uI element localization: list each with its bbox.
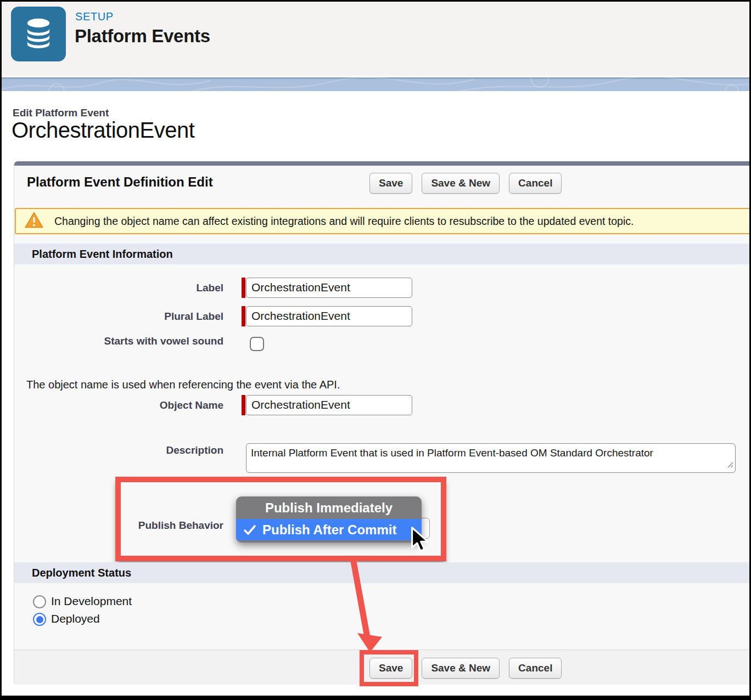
required-indicator — [242, 306, 245, 326]
platform-events-app-icon — [11, 7, 66, 61]
breadcrumb: Edit Platform Event — [13, 107, 109, 119]
section-deployment-status: Deployment Status — [14, 562, 751, 583]
radio-dot — [36, 616, 43, 623]
save-button[interactable]: Save — [369, 173, 412, 194]
starts-with-vowel-checkbox[interactable] — [250, 337, 264, 351]
section-title: Deployment Status — [32, 567, 131, 579]
section-platform-event-information: Platform Event Information — [14, 244, 751, 264]
save-and-new-button[interactable]: Save & New — [422, 173, 500, 194]
app-title: Platform Events — [75, 26, 210, 47]
required-indicator — [242, 278, 245, 298]
object-name-note: The object name is used when referencing… — [26, 379, 340, 391]
radio-deployed-label: Deployed — [51, 612, 100, 625]
save-and-new-button-bottom[interactable]: Save & New — [422, 658, 500, 679]
warning-text: Changing the object name can affect exis… — [54, 215, 634, 228]
section-title: Platform Event Information — [32, 248, 173, 261]
label-input[interactable]: OrchestrationEvent — [246, 278, 412, 298]
dropdown-option-publish-immediately[interactable]: Publish Immediately — [236, 496, 422, 519]
warning-icon — [25, 212, 43, 230]
setup-label: SETUP — [75, 10, 114, 23]
dropdown-option-publish-after-commit[interactable]: Publish After Commit — [236, 519, 422, 540]
radio-in-development[interactable] — [33, 595, 46, 608]
check-icon — [243, 524, 256, 536]
panel-top-bar — [14, 161, 751, 166]
resize-handle-icon[interactable] — [726, 458, 733, 471]
screenshot-frame: SETUP Platform Events Edit Platform Even… — [0, 0, 751, 700]
publish-behavior-field-label: Publish Behavior — [14, 520, 223, 532]
publish-behavior-dropdown-menu: Publish Immediately Publish After Commit — [236, 496, 422, 543]
label-field-label: Label — [14, 282, 223, 294]
database-icon — [19, 12, 58, 56]
description-text: Internal Platform Event that is used in … — [251, 447, 653, 459]
banner-pattern-icon — [2, 77, 749, 91]
mouse-cursor-icon — [408, 527, 430, 554]
description-textarea[interactable]: Internal Platform Event that is used in … — [246, 443, 736, 473]
cancel-button[interactable]: Cancel — [509, 173, 562, 194]
annotation-box-save — [360, 650, 418, 686]
vowel-field-label: Starts with vowel sound — [14, 335, 223, 347]
warning-banner: Changing the object name can affect exis… — [15, 208, 750, 234]
plural-label-input[interactable]: OrchestrationEvent — [246, 306, 412, 326]
required-indicator — [242, 395, 245, 415]
radio-in-development-label: In Development — [51, 595, 132, 608]
radio-deployed[interactable] — [33, 613, 46, 626]
plural-label-field-label: Plural Label — [14, 311, 223, 323]
dropdown-option-label: Publish After Commit — [262, 522, 396, 538]
setup-header: SETUP Platform Events — [2, 2, 749, 76]
panel-title: Platform Event Definition Edit — [27, 174, 213, 190]
description-field-label: Description — [14, 444, 223, 456]
page-title: OrchestrationEvent — [12, 118, 194, 143]
object-name-field-label: Object Name — [14, 399, 223, 411]
cancel-button-bottom[interactable]: Cancel — [509, 658, 562, 679]
decorative-banner — [2, 77, 749, 91]
top-toolbar: Save Save & New Cancel — [369, 173, 562, 194]
object-name-input[interactable]: OrchestrationEvent — [246, 395, 412, 415]
